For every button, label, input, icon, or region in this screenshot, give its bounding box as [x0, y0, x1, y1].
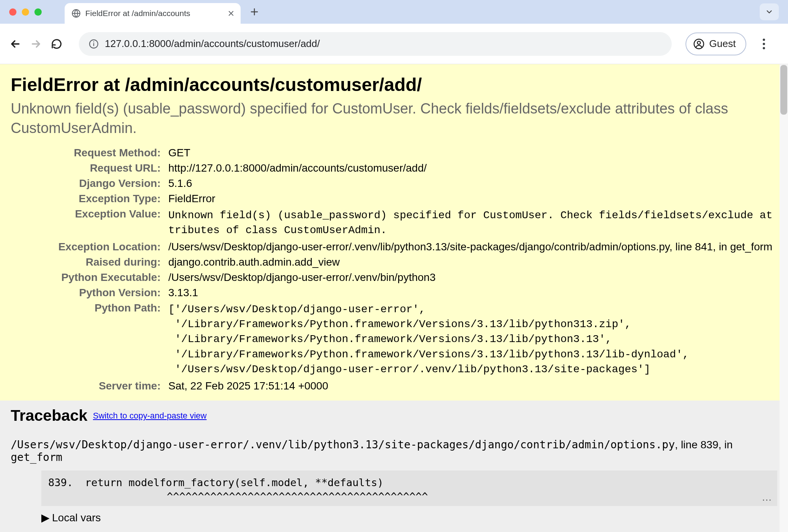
browser-chrome: FieldError at /admin/accounts [0, 0, 788, 64]
meta-value: /Users/wsv/Desktop/django-user-error/.ve… [164, 239, 777, 255]
traceback-heading: Traceback [11, 407, 88, 425]
meta-label: Django Version: [11, 176, 164, 191]
code-carets: ^^^^^^^^^^^^^^^^^^^^^^^^^^^^^^^^^^^^^^^^… [48, 490, 770, 503]
meta-value: 5.1.6 [164, 176, 777, 191]
ellipsis-icon: … [762, 490, 773, 504]
new-tab-button[interactable] [250, 7, 259, 16]
meta-label: Server time: [11, 378, 164, 394]
meta-value: http://127.0.0.1:8000/admin/accounts/cus… [164, 161, 777, 176]
frame-file-line: /Users/wsv/Desktop/django-user-error/.ve… [11, 438, 777, 464]
meta-value: 3.13.1 [164, 285, 777, 300]
reload-button[interactable] [50, 37, 63, 51]
tab-list-button[interactable] [760, 3, 779, 20]
browser-toolbar: 127.0.0.1:8000/admin/accounts/customuser… [0, 24, 788, 64]
window-controls [0, 0, 42, 24]
local-vars-toggle[interactable]: ▶Local vars [41, 511, 777, 524]
back-button[interactable] [8, 37, 22, 51]
window-maximize-button[interactable] [34, 8, 42, 16]
address-bar[interactable]: 127.0.0.1:8000/admin/accounts/customuser… [79, 32, 672, 56]
error-meta-table: Request Method: GET Request URL: http://… [11, 145, 777, 394]
svg-point-5 [697, 41, 700, 44]
meta-label: Exception Value: [11, 206, 164, 239]
meta-label: Python Path: [11, 300, 164, 378]
meta-label: Python Executable: [11, 270, 164, 285]
meta-label: Exception Location: [11, 239, 164, 255]
tab-strip: FieldError at /admin/accounts [0, 0, 788, 24]
close-icon[interactable] [228, 10, 234, 17]
code-text: return modelform_factory(self.model, **d… [79, 477, 384, 488]
scrollbar-track[interactable] [780, 64, 788, 532]
profile-button[interactable]: Guest [685, 32, 746, 55]
meta-label: Request URL: [11, 161, 164, 176]
frame-line-ref: , line 839, in [675, 439, 733, 451]
traceback-section: Traceback Switch to copy-and-paste view … [0, 401, 788, 532]
local-vars-label: Local vars [52, 512, 101, 524]
switch-view-link[interactable]: Switch to copy-and-paste view [93, 411, 207, 420]
meta-label: Python Version: [11, 285, 164, 300]
forward-button[interactable] [29, 37, 43, 51]
browser-tab[interactable]: FieldError at /admin/accounts [65, 3, 241, 24]
window-minimize-button[interactable] [22, 8, 29, 16]
meta-value: FieldError [164, 191, 777, 206]
browser-menu-button[interactable] [757, 37, 771, 51]
meta-value: GET [164, 145, 777, 161]
meta-value: Sat, 22 Feb 2025 17:51:14 +0000 [164, 378, 777, 394]
meta-label: Exception Type: [11, 191, 164, 206]
frame-func: get_form [11, 451, 62, 464]
error-subheading: Unknown field(s) (usable_password) speci… [11, 99, 777, 138]
svg-point-3 [93, 41, 94, 42]
profile-label: Guest [709, 38, 736, 50]
meta-value: ['/Users/wsv/Desktop/django-user-error',… [164, 300, 777, 378]
tab-title: FieldError at /admin/accounts [85, 9, 223, 18]
frame-file-path: /Users/wsv/Desktop/django-user-error/.ve… [11, 438, 675, 451]
meta-value: django.contrib.auth.admin.add_view [164, 255, 777, 270]
error-summary: FieldError at /admin/accounts/customuser… [0, 64, 788, 401]
meta-label: Raised during: [11, 255, 164, 270]
meta-value: /Users/wsv/Desktop/django-user-error/.ve… [164, 270, 777, 285]
page-content: FieldError at /admin/accounts/customuser… [0, 64, 788, 532]
code-context[interactable]: 839. return modelform_factory(self.model… [41, 470, 777, 506]
page-viewport: FieldError at /admin/accounts/customuser… [0, 64, 788, 532]
globe-icon [72, 9, 81, 18]
address-url: 127.0.0.1:8000/admin/accounts/customuser… [105, 38, 662, 50]
info-icon[interactable] [89, 39, 99, 49]
window-close-button[interactable] [9, 8, 16, 16]
triangle-right-icon: ▶ [41, 512, 50, 524]
meta-label: Request Method: [11, 145, 164, 161]
error-heading: FieldError at /admin/accounts/customuser… [11, 74, 777, 95]
person-icon [693, 38, 705, 50]
meta-value: Unknown field(s) (usable_password) speci… [164, 206, 777, 239]
code-lineno: 839. [48, 476, 79, 490]
scrollbar-thumb[interactable] [780, 65, 787, 115]
